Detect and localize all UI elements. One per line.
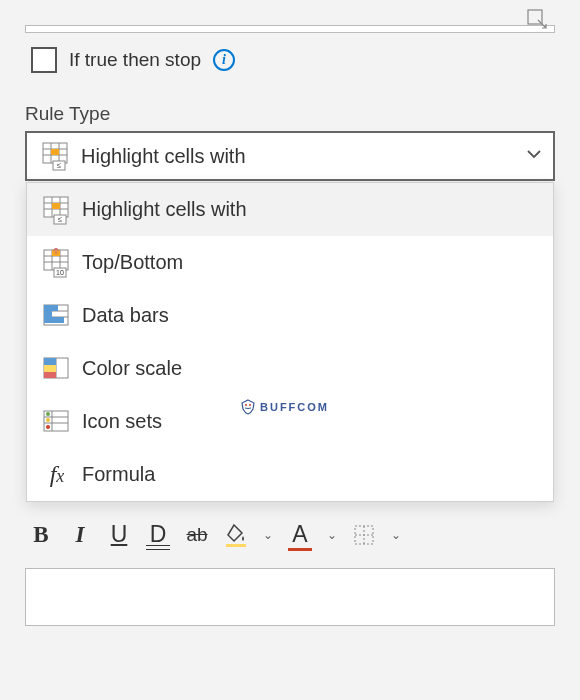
borders-chevron[interactable]: ⌄	[391, 528, 401, 542]
info-icon[interactable]: i	[213, 49, 235, 71]
svg-rect-45	[226, 544, 246, 547]
format-preview	[25, 568, 555, 626]
top-bottom-icon: 10	[38, 248, 76, 278]
svg-point-43	[245, 404, 247, 406]
borders-button[interactable]	[352, 524, 376, 546]
font-color-chevron[interactable]: ⌄	[327, 528, 337, 542]
rule-name-field[interactable]	[25, 25, 555, 33]
bold-button[interactable]: B	[29, 522, 53, 548]
svg-point-44	[249, 404, 251, 406]
strikethrough-button[interactable]: ab	[185, 524, 209, 546]
option-label: Top/Bottom	[76, 251, 183, 274]
fill-color-button[interactable]	[224, 523, 248, 547]
font-color-letter: A	[292, 521, 307, 548]
underline-button[interactable]: U	[107, 521, 131, 548]
svg-rect-33	[44, 358, 56, 365]
svg-rect-35	[44, 372, 56, 378]
formula-icon: fx	[38, 461, 76, 488]
rule-type-select[interactable]: ≤ Highlight cells with ≤	[25, 131, 555, 181]
option-label: Icon sets	[76, 410, 162, 433]
double-underline-button[interactable]: D	[146, 521, 170, 548]
data-bars-icon	[38, 303, 76, 329]
rule-type-selected-text: Highlight cells with	[75, 145, 525, 168]
option-highlight-cells[interactable]: ≤ Highlight cells with	[27, 183, 553, 236]
option-formula[interactable]: fx Formula	[27, 448, 553, 501]
svg-rect-6	[51, 149, 59, 155]
watermark-text: BUFFCOM	[260, 401, 329, 413]
svg-point-40	[46, 412, 50, 416]
svg-text:10: 10	[56, 269, 64, 276]
highlight-cells-icon: ≤	[37, 141, 75, 171]
watermark: BUFFCOM	[240, 399, 329, 415]
icon-sets-icon	[38, 409, 76, 435]
rule-type-label: Rule Type	[25, 103, 555, 125]
option-label: Formula	[76, 463, 155, 486]
svg-rect-14	[52, 203, 60, 209]
highlight-cells-icon: ≤	[38, 195, 76, 225]
option-label: Highlight cells with	[76, 198, 247, 221]
rule-type-dropdown: ≤ Highlight cells with	[26, 182, 554, 502]
color-scale-icon	[38, 356, 76, 382]
if-true-stop-checkbox[interactable]	[31, 47, 57, 73]
svg-rect-30	[44, 317, 64, 323]
italic-button[interactable]: I	[68, 522, 92, 548]
svg-rect-34	[44, 365, 56, 372]
chevron-down-icon	[525, 145, 543, 168]
option-label: Data bars	[76, 304, 169, 327]
field-icon	[526, 8, 548, 34]
svg-point-42	[46, 425, 50, 429]
font-color-button[interactable]: A	[288, 521, 312, 548]
svg-text:≤: ≤	[57, 161, 62, 170]
option-top-bottom[interactable]: 10 Top/Bottom	[27, 236, 553, 289]
option-data-bars[interactable]: Data bars	[27, 289, 553, 342]
format-toolbar: B I U D ab ⌄ A ⌄ ⌄	[25, 521, 555, 548]
option-color-scale[interactable]: Color scale	[27, 342, 553, 395]
option-label: Color scale	[76, 357, 182, 380]
svg-rect-29	[44, 311, 52, 317]
svg-text:≤: ≤	[58, 215, 63, 224]
if-true-stop-label: If true then stop	[69, 49, 201, 71]
svg-rect-28	[44, 305, 58, 311]
fill-color-chevron[interactable]: ⌄	[263, 528, 273, 542]
svg-point-41	[46, 418, 50, 422]
